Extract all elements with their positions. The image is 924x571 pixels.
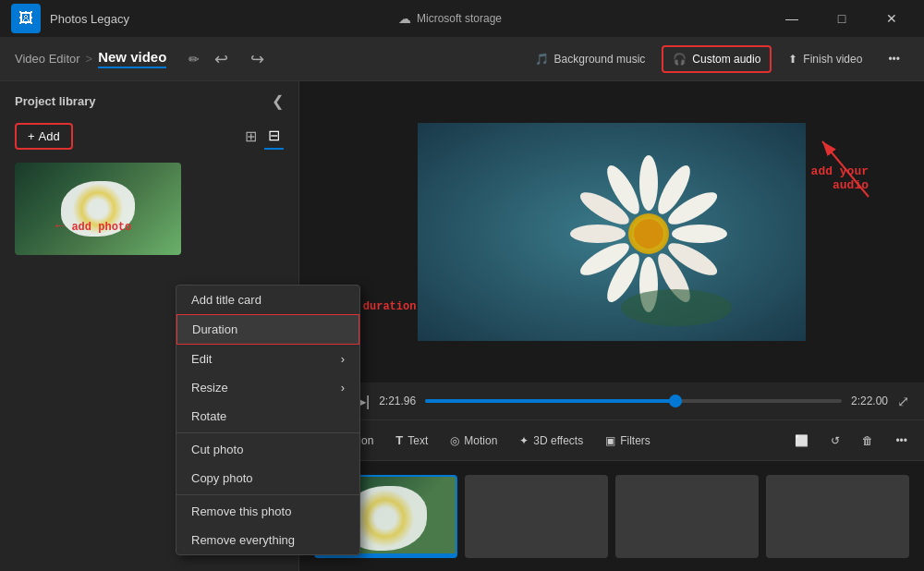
app-icon: 🖼 (11, 4, 41, 33)
timeline: ⬜ 2:22 (299, 460, 924, 571)
detail-view-button[interactable]: ⊟ (264, 123, 284, 150)
toolbar-more-button[interactable]: ••• (879, 47, 909, 71)
text-button[interactable]: T Text (386, 428, 437, 453)
breadcrumb-separator: > (86, 52, 93, 66)
left-panel: Project library ❮ + Add ⊞ ⊟ ← add photo … (0, 81, 299, 571)
main-area: Project library ❮ + Add ⊞ ⊟ ← add photo … (0, 81, 924, 571)
collapse-panel-button[interactable]: ❮ (272, 92, 284, 110)
delete-clip-button[interactable]: 🗑 (853, 429, 882, 453)
video-container (418, 123, 806, 341)
speed-button[interactable]: ↺ (821, 429, 849, 453)
right-panel: add youraudio ◀ ▶ ▶| 2:21.96 2:2 (299, 81, 924, 571)
context-menu: Add title card Duration Edit › Resize › … (176, 285, 360, 555)
app-title: Photos Legacy (50, 12, 129, 26)
redo-button[interactable]: ↪ (243, 45, 272, 73)
grid-view-button[interactable]: ⊞ (241, 123, 261, 150)
audio-arrow-svg (795, 132, 878, 206)
library-toolbar: + Add ⊞ ⊟ (0, 117, 298, 155)
ellipsis-icon: ••• (895, 434, 907, 447)
titlebar-left: 🖼 Photos Legacy (11, 4, 129, 33)
custom-audio-button[interactable]: 🎧 Custom audio (662, 45, 772, 73)
flower-svg (418, 123, 806, 341)
export-icon: ⬆ (788, 53, 797, 66)
video-preview: add youraudio (299, 81, 924, 383)
toolbar: Video Editor > New video ✏ ↩ ↪ 🎵 Backgro… (0, 37, 924, 81)
current-time: 2:21.96 (379, 395, 416, 407)
plus-icon: + (28, 129, 35, 143)
storage-indicator: ☁ Microsoft storage (398, 11, 502, 26)
title-bar: 🖼 Photos Legacy ☁ Microsoft storage — □ … (0, 0, 924, 37)
ctx-duration[interactable]: Duration (176, 314, 359, 345)
text-icon: T (395, 433, 403, 447)
3deffects-button[interactable]: ✦ 3D effects (510, 429, 592, 453)
add-media-button[interactable]: + Add (15, 123, 73, 150)
progress-fill (425, 399, 675, 403)
project-library-title: Project library (15, 94, 95, 108)
ctx-cut-photo[interactable]: Cut photo (176, 435, 359, 464)
total-time: 2:22.00 (851, 395, 888, 407)
video-controls: ◀ ▶ ▶| 2:21.96 2:22.00 ⤢ (299, 383, 924, 419)
crop-icon: ⬜ (795, 434, 808, 447)
ctx-resize[interactable]: Resize › (176, 373, 359, 402)
ctx-divider2 (176, 494, 359, 495)
finish-video-button[interactable]: ⬆ Finish video (779, 47, 871, 71)
minimize-button[interactable]: — (771, 4, 813, 33)
timeline-clip-4[interactable] (766, 475, 909, 558)
audio-icon: 🎧 (673, 53, 687, 66)
svg-point-1 (639, 155, 658, 211)
more-options-button[interactable]: ••• (886, 429, 917, 453)
undo-button[interactable]: ↩ (207, 45, 236, 73)
breadcrumb-current: New video (98, 49, 166, 68)
cloud-icon: ☁ (398, 11, 411, 26)
timeline-clip-2[interactable] (465, 475, 608, 558)
video-frame (418, 123, 806, 341)
ctx-edit[interactable]: Edit › (176, 345, 359, 373)
add-audio-annotation: add youraudio (811, 164, 869, 192)
trash-icon: 🗑 (862, 434, 873, 447)
svg-point-4 (672, 225, 727, 243)
speed-icon: ↺ (831, 434, 840, 447)
ctx-divider (176, 432, 359, 433)
3deffects-icon: ✦ (519, 434, 529, 447)
maximize-button[interactable]: □ (821, 4, 863, 33)
ctx-add-title-card[interactable]: Add title card (176, 286, 359, 314)
timeline-clip-3[interactable] (615, 475, 759, 558)
music-icon: 🎵 (535, 53, 549, 66)
crop-button[interactable]: ⬜ (785, 429, 818, 453)
background-music-button[interactable]: 🎵 Background music (526, 47, 655, 71)
ctx-remove-everything[interactable]: Remove everything (176, 526, 359, 554)
filters-icon: ▣ (605, 434, 615, 447)
breadcrumb: Video Editor > New video (15, 49, 166, 68)
svg-point-10 (570, 225, 626, 243)
breadcrumb-root[interactable]: Video Editor (15, 52, 80, 66)
ctx-remove-photo[interactable]: Remove this photo (176, 497, 359, 526)
window-controls[interactable]: — □ ✕ (771, 4, 913, 33)
edit-title-button[interactable]: ✏ (188, 52, 200, 67)
svg-point-14 (634, 219, 663, 249)
ctx-copy-photo[interactable]: Copy photo (176, 464, 359, 492)
library-item[interactable] (15, 163, 181, 255)
motion-icon: ◎ (450, 434, 459, 447)
fullscreen-button[interactable]: ⤢ (897, 393, 909, 410)
filters-button[interactable]: ▣ Filters (596, 429, 660, 453)
motion-button[interactable]: ◎ Motion (441, 429, 506, 453)
svg-point-15 (621, 289, 732, 326)
project-library-header: Project library ❮ (0, 81, 298, 117)
ctx-rotate[interactable]: Rotate (176, 402, 359, 431)
progress-bar[interactable] (425, 399, 842, 403)
view-toggle: ⊞ ⊟ (241, 123, 284, 150)
close-button[interactable]: ✕ (870, 4, 913, 33)
svg-line-16 (822, 141, 869, 197)
progress-thumb[interactable] (669, 395, 682, 407)
bottom-toolbar: ⏱ Duration T Text ◎ Motion ✦ 3D effects … (299, 419, 924, 460)
